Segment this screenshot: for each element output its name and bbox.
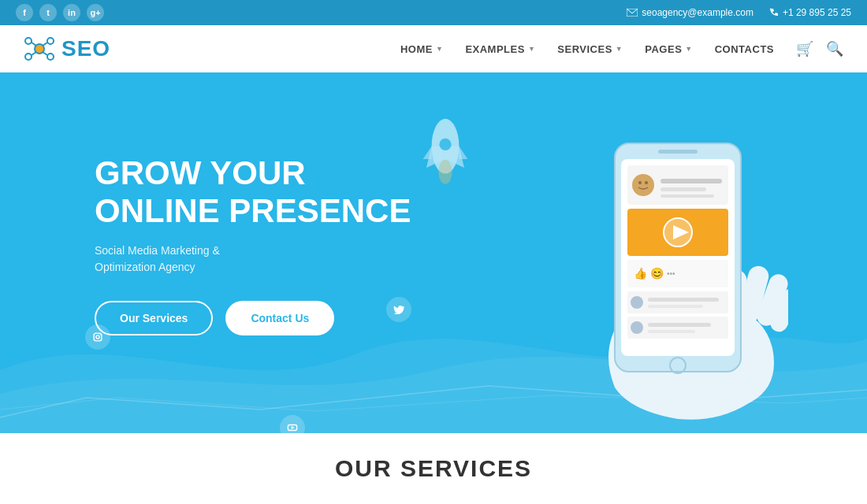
svg-rect-55 xyxy=(648,323,711,327)
svg-rect-40 xyxy=(660,187,706,191)
svg-rect-39 xyxy=(660,179,722,183)
nav-action-icons: 🛒 🔍 xyxy=(796,40,843,57)
search-icon[interactable]: 🔍 xyxy=(826,40,843,57)
svg-point-38 xyxy=(645,181,648,184)
contact-info: seoagency@example.com +1 29 895 25 25 xyxy=(627,7,851,18)
svg-line-9 xyxy=(43,52,47,55)
pages-dropdown-arrow: ▼ xyxy=(685,45,692,53)
svg-text:👍: 👍 xyxy=(634,267,648,280)
logo-icon xyxy=(24,33,55,65)
svg-line-8 xyxy=(32,52,36,55)
svg-text:•••: ••• xyxy=(667,269,675,278)
email-info: seoagency@example.com xyxy=(627,7,754,18)
services-section: OUR SERVICES xyxy=(0,433,867,504)
svg-line-6 xyxy=(32,43,36,46)
hero-subtitle: Social Media Marketing & Optimization Ag… xyxy=(95,243,411,276)
phone-svg: 👍 😊 ••• xyxy=(520,96,788,427)
svg-point-3 xyxy=(47,38,54,44)
svg-rect-52 xyxy=(648,305,703,308)
navbar: SEO HOME ▼ EXAMPLES ▼ SERVICES ▼ PAGES ▼… xyxy=(0,25,867,72)
svg-marker-18 xyxy=(292,426,295,429)
contact-us-button[interactable]: Contact Us xyxy=(225,301,334,335)
twitter-icon[interactable]: t xyxy=(39,4,57,21)
nav-links: HOME ▼ EXAMPLES ▼ SERVICES ▼ PAGES ▼ CON… xyxy=(400,40,843,57)
svg-point-37 xyxy=(638,181,642,184)
social-links: f t in g+ xyxy=(16,4,104,21)
svg-marker-22 xyxy=(423,146,432,159)
nav-services[interactable]: SERVICES ▼ xyxy=(557,43,623,55)
email-text: seoagency@example.com xyxy=(642,7,754,18)
svg-point-54 xyxy=(631,321,643,334)
facebook-icon[interactable]: f xyxy=(16,4,33,21)
svg-rect-41 xyxy=(660,195,714,198)
hero-buttons: Our Services Contact Us xyxy=(95,301,411,335)
logo[interactable]: SEO xyxy=(24,33,110,65)
rocket-icon xyxy=(418,112,473,206)
svg-point-2 xyxy=(25,38,32,44)
svg-marker-23 xyxy=(459,146,467,159)
svg-point-5 xyxy=(47,54,54,60)
svg-point-50 xyxy=(631,296,643,309)
phone-info: +1 29 895 25 25 xyxy=(769,7,851,18)
hero-content: GROW YOUR ONLINE PRESENCE Social Media M… xyxy=(0,154,411,352)
hero-section: f GROW YOUR ONLINE PRESENCE Social Media… xyxy=(0,72,867,433)
phone-text: +1 29 895 25 25 xyxy=(783,7,851,18)
home-dropdown-arrow: ▼ xyxy=(436,45,443,53)
our-services-button[interactable]: Our Services xyxy=(95,301,213,335)
svg-point-4 xyxy=(25,54,32,60)
linkedin-icon[interactable]: in xyxy=(63,4,80,21)
nav-pages[interactable]: PAGES ▼ xyxy=(645,43,692,55)
examples-dropdown-arrow: ▼ xyxy=(528,45,535,53)
svg-rect-33 xyxy=(658,150,698,154)
logo-text: SEO xyxy=(61,36,110,61)
services-dropdown-arrow: ▼ xyxy=(616,45,623,53)
svg-point-36 xyxy=(632,174,654,196)
nav-contacts[interactable]: CONTACTS xyxy=(715,43,774,55)
nav-home[interactable]: HOME ▼ xyxy=(400,43,443,55)
hero-title: GROW YOUR ONLINE PRESENCE xyxy=(95,154,411,231)
nav-examples[interactable]: EXAMPLES ▼ xyxy=(465,43,535,55)
googleplus-icon[interactable]: g+ xyxy=(87,4,104,21)
cart-icon[interactable]: 🛒 xyxy=(796,40,813,57)
svg-text:😊: 😊 xyxy=(650,267,664,280)
top-bar: f t in g+ seoagency@example.com +1 29 89… xyxy=(0,0,867,25)
svg-rect-51 xyxy=(648,298,719,302)
svg-line-7 xyxy=(43,43,47,46)
services-title: OUR SERVICES xyxy=(335,455,532,482)
svg-point-21 xyxy=(439,139,451,150)
svg-rect-56 xyxy=(648,330,695,333)
svg-point-24 xyxy=(438,160,452,184)
phone-illustration: 👍 😊 ••• xyxy=(520,96,788,427)
